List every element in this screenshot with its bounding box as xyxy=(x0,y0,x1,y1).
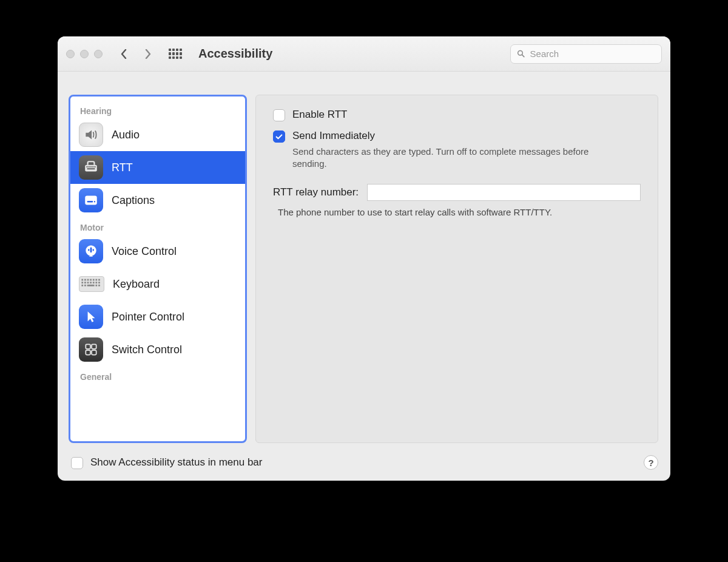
sidebar-section-hearing: Hearing xyxy=(70,100,245,118)
svg-rect-22 xyxy=(98,279,100,281)
grid-icon xyxy=(169,49,182,59)
sidebar-section-motor: Motor xyxy=(70,217,245,235)
svg-rect-36 xyxy=(92,344,96,349)
question-mark-icon: ? xyxy=(648,458,653,468)
enable-rtt-row: Enable RTT xyxy=(273,109,641,121)
svg-rect-23 xyxy=(81,282,83,283)
settings-panel: Enable RTT Send Immediately Send charact… xyxy=(255,95,658,443)
sidebar-item-keyboard[interactable]: Keyboard xyxy=(70,268,245,300)
svg-rect-17 xyxy=(84,279,86,281)
svg-rect-38 xyxy=(92,350,96,355)
keyboard-icon xyxy=(79,276,104,292)
search-field[interactable] xyxy=(510,44,662,64)
svg-line-1 xyxy=(522,55,524,56)
footer: Show Accessibility status in menu bar ? xyxy=(58,450,670,481)
sidebar-item-label: Captions xyxy=(112,194,155,207)
svg-rect-32 xyxy=(87,285,95,286)
preferences-window: Accessibility Hearing Audio xyxy=(58,36,670,481)
voice-control-icon xyxy=(79,239,103,263)
sidebar: Hearing Audio RTT xyxy=(69,95,247,443)
svg-rect-18 xyxy=(87,279,89,281)
svg-rect-8 xyxy=(87,168,95,169)
zoom-window-button[interactable] xyxy=(94,50,103,58)
send-immediately-description: Send characters as they are typed. Turn … xyxy=(292,146,620,171)
svg-rect-21 xyxy=(95,279,97,281)
svg-rect-34 xyxy=(98,285,100,286)
audio-icon xyxy=(79,123,103,147)
chevron-right-icon xyxy=(144,49,152,59)
send-immediately-checkbox[interactable] xyxy=(273,130,285,143)
pointer-control-icon xyxy=(79,305,103,329)
captions-icon xyxy=(79,188,103,212)
svg-rect-10 xyxy=(87,201,93,202)
rtt-relay-label: RTT relay number: xyxy=(273,186,359,198)
send-immediately-row: Send Immediately Send characters as they… xyxy=(273,130,641,171)
svg-rect-35 xyxy=(86,344,90,349)
window-controls xyxy=(66,50,103,58)
rtt-relay-input[interactable] xyxy=(367,184,641,201)
svg-rect-15 xyxy=(93,249,94,251)
sidebar-item-audio[interactable]: Audio xyxy=(70,118,245,151)
svg-rect-19 xyxy=(90,279,92,281)
sidebar-item-captions[interactable]: Captions xyxy=(70,184,245,217)
sidebar-item-label: RTT xyxy=(112,161,133,174)
switch-control-icon xyxy=(79,337,103,362)
back-button[interactable] xyxy=(115,45,133,63)
toolbar: Accessibility xyxy=(58,36,670,72)
sidebar-item-voice-control[interactable]: Voice Control xyxy=(70,235,245,268)
svg-rect-26 xyxy=(90,282,92,283)
search-icon xyxy=(517,49,525,58)
show-status-label: Show Accessibility status in menu bar xyxy=(90,456,262,469)
sidebar-section-general: General xyxy=(70,366,245,382)
svg-rect-14 xyxy=(88,249,89,251)
sidebar-item-label: Pointer Control xyxy=(112,311,184,323)
chevron-left-icon xyxy=(120,49,128,59)
svg-rect-27 xyxy=(93,282,95,283)
svg-rect-24 xyxy=(84,282,86,283)
rtt-relay-description: The phone number to use to start relay c… xyxy=(278,207,641,217)
svg-rect-33 xyxy=(95,285,97,286)
enable-rtt-checkbox[interactable] xyxy=(273,109,285,121)
svg-rect-5 xyxy=(90,166,92,168)
sidebar-item-label: Switch Control xyxy=(112,344,182,356)
svg-rect-30 xyxy=(81,285,83,286)
svg-rect-7 xyxy=(94,166,95,168)
body: Hearing Audio RTT xyxy=(58,72,670,450)
minimize-window-button[interactable] xyxy=(80,50,89,58)
sidebar-item-label: Voice Control xyxy=(112,245,177,258)
sidebar-item-label: Keyboard xyxy=(113,278,160,291)
svg-rect-25 xyxy=(87,282,89,283)
show-all-button[interactable] xyxy=(166,44,185,64)
rtt-relay-row: RTT relay number: xyxy=(273,184,641,201)
help-button[interactable]: ? xyxy=(644,455,658,470)
sidebar-item-label: Audio xyxy=(112,129,140,141)
show-status-checkbox[interactable] xyxy=(71,457,83,469)
svg-rect-4 xyxy=(89,166,90,168)
svg-rect-37 xyxy=(86,350,90,355)
enable-rtt-label: Enable RTT xyxy=(292,109,347,121)
svg-rect-6 xyxy=(92,166,93,168)
svg-rect-29 xyxy=(98,282,100,283)
svg-rect-31 xyxy=(84,285,86,286)
sidebar-item-rtt[interactable]: RTT xyxy=(70,151,245,184)
rtt-icon xyxy=(79,155,103,180)
svg-rect-16 xyxy=(81,279,83,281)
svg-rect-9 xyxy=(85,195,97,205)
svg-rect-20 xyxy=(93,279,95,281)
svg-rect-13 xyxy=(90,248,92,253)
close-window-button[interactable] xyxy=(66,50,75,58)
svg-rect-28 xyxy=(95,282,97,283)
svg-rect-11 xyxy=(94,201,95,202)
sidebar-scroll[interactable]: Hearing Audio RTT xyxy=(70,96,245,441)
forward-button[interactable] xyxy=(139,45,157,63)
svg-rect-3 xyxy=(86,166,87,168)
send-immediately-label: Send Immediately xyxy=(292,130,620,142)
window-title: Accessibility xyxy=(198,47,272,61)
sidebar-item-switch-control[interactable]: Switch Control xyxy=(70,333,245,366)
svg-rect-2 xyxy=(85,165,97,172)
checkmark-icon xyxy=(275,132,283,141)
sidebar-item-pointer-control[interactable]: Pointer Control xyxy=(70,300,245,333)
search-input[interactable] xyxy=(530,49,655,59)
